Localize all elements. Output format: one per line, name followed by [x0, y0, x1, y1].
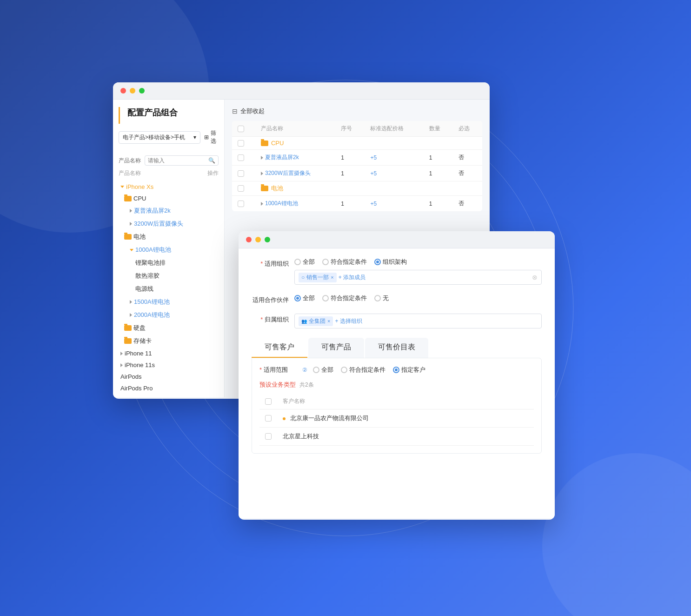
radio-circle — [294, 259, 301, 265]
windows-container: 配置产品组合 电子产品>移动设备>手机 ▾ ⊞ 筛选 — [90, 64, 601, 552]
tree-label: CPU — [133, 195, 146, 202]
window-settings: 适用组织 全部 符合指定条件 组织架构 — [239, 231, 555, 520]
folder-icon — [124, 234, 132, 240]
scope-radio-condition[interactable]: 符合指定条件 — [341, 366, 385, 374]
row-checkbox[interactable] — [265, 433, 272, 440]
tree-item-battery-1500[interactable]: 1500A锂电池 — [117, 295, 220, 308]
org-radio-condition[interactable]: 符合指定条件 — [322, 258, 367, 266]
tree-item-iphone-xs[interactable]: iPhone Xs — [117, 181, 220, 193]
scope-radio-all[interactable]: 全部 — [313, 366, 333, 374]
org-row: 适用组织 全部 符合指定条件 组织架构 — [252, 258, 542, 285]
belong-tag-input[interactable]: 👥 全集团 × + 选择组织 — [294, 314, 542, 328]
tree-item-battery-cells[interactable]: 锂聚电池排 — [117, 256, 220, 269]
org-radio-structure[interactable]: 组织架构 — [374, 258, 407, 266]
page-title: 配置产品组合 — [127, 107, 217, 118]
org-tag: ○ 销售一部 × — [299, 273, 337, 282]
scope-help-icon[interactable]: ② — [302, 367, 307, 373]
tag-close-icon[interactable]: × — [327, 318, 330, 324]
tree-item-screen[interactable]: 夏普液晶屏2k — [117, 204, 220, 217]
tree-item-power-wire[interactable]: 电源线 — [117, 282, 220, 295]
maximize-dot[interactable] — [265, 237, 270, 242]
tree-item-iphone-11s[interactable]: iPhone 11s — [117, 359, 220, 371]
row-product-name[interactable]: 1000A锂电池 — [265, 200, 298, 208]
row-checkbox[interactable] — [265, 415, 272, 422]
minimize-dot[interactable] — [255, 237, 261, 242]
radio-circle — [322, 259, 329, 265]
category-label: 电池 — [261, 184, 477, 193]
product-tree: iPhone Xs CPU 夏普液晶屏2k 3200W后置摄像头 — [113, 181, 224, 394]
row-seq: 1 — [335, 196, 365, 212]
table-row: 1000A锂电池 1 +5 1 否 — [232, 196, 482, 212]
collapse-bar[interactable]: ⊟ 全部收起 — [232, 107, 482, 115]
select-all-checkbox[interactable] — [265, 398, 272, 405]
tree-label: 存储卡 — [133, 337, 152, 345]
select-org-btn[interactable]: + 选择组织 — [335, 317, 362, 325]
radio-label: 符合指定条件 — [331, 258, 367, 266]
customer-name: 北京康一品农产物流有限公司 — [290, 415, 369, 422]
breadcrumb-area: 电子产品>移动设备>手机 ▾ ⊞ 筛选 — [113, 129, 224, 153]
row-product-name[interactable]: 3200W后置摄像头 — [265, 169, 311, 177]
add-member-btn[interactable]: + 添加成员 — [339, 274, 365, 281]
filter-button[interactable]: ⊞ 筛选 — [204, 129, 219, 145]
close-dot[interactable] — [246, 237, 252, 242]
partner-radio-none[interactable]: 无 — [374, 294, 389, 302]
radio-label: 无 — [383, 294, 389, 302]
col-product-name: 产品名称 — [255, 121, 335, 137]
operation-col-label: 操作 — [207, 169, 219, 177]
row-checkbox[interactable] — [238, 170, 244, 177]
customer-row-1: 北京康一品农产物流有限公司 — [259, 409, 534, 428]
minimize-dot[interactable] — [130, 88, 135, 94]
tree-item-storage[interactable]: 存储卡 — [117, 335, 220, 348]
row-checkbox[interactable] — [238, 185, 244, 192]
tree-item-heat-glue[interactable]: 散热溶胶 — [117, 269, 220, 282]
row-checkbox[interactable] — [238, 140, 244, 147]
folder-icon — [124, 325, 132, 331]
select-all-checkbox[interactable] — [238, 126, 244, 132]
search-input[interactable] — [148, 157, 208, 164]
tree-item-iphone-11[interactable]: iPhone 11 — [117, 348, 220, 359]
row-price: +5 — [365, 166, 423, 181]
partner-radio-all[interactable]: 全部 — [294, 294, 315, 302]
tab-sellable-products[interactable]: 可售产品 — [308, 338, 364, 358]
tab-sellable-customers[interactable]: 可售客户 — [252, 338, 307, 358]
radio-circle — [374, 295, 381, 301]
titlebar-1 — [113, 82, 490, 100]
category-name: CPU — [271, 140, 284, 147]
tree-item-cpu[interactable]: CPU — [117, 193, 220, 204]
close-dot[interactable] — [120, 88, 126, 94]
row-checkbox[interactable] — [238, 154, 244, 161]
search-input-wrap: 🔍 — [145, 155, 219, 166]
row-qty: 1 — [424, 166, 453, 181]
row-checkbox[interactable] — [238, 201, 244, 207]
breadcrumb-text: 电子产品>移动设备>手机 — [123, 134, 185, 141]
partner-row: 适用合作伙伴 全部 符合指定条件 无 — [252, 294, 542, 304]
org-radio-all[interactable]: 全部 — [294, 258, 315, 266]
chevron-down-icon — [120, 186, 124, 188]
maximize-dot[interactable] — [139, 88, 145, 94]
partner-radio-condition[interactable]: 符合指定条件 — [322, 294, 367, 302]
tree-item-battery-1000[interactable]: 1000A锂电池 — [117, 243, 220, 256]
search-icon[interactable]: 🔍 — [208, 157, 215, 164]
chevron-right-icon — [130, 209, 132, 213]
chevron-right-icon — [130, 300, 132, 304]
partner-label: 适用合作伙伴 — [252, 294, 289, 304]
tree-label: 硬盘 — [133, 324, 146, 332]
tree-label: 夏普液晶屏2k — [134, 207, 171, 215]
tree-item-disk[interactable]: 硬盘 — [117, 321, 220, 335]
breadcrumb-select[interactable]: 电子产品>移动设备>手机 ▾ — [119, 131, 200, 144]
clear-icon[interactable]: ⊗ — [532, 274, 538, 281]
scope-radio-specified[interactable]: 指定客户 — [393, 366, 425, 374]
tree-item-airpods-pro[interactable]: AirPods Pro — [117, 382, 220, 394]
tag-close-icon[interactable]: × — [331, 275, 333, 280]
tree-item-battery-2000[interactable]: 2000A锂电池 — [117, 308, 220, 321]
org-label: 适用组织 — [252, 258, 289, 268]
tree-item-battery-folder[interactable]: 电池 — [117, 230, 220, 243]
tree-item-airpods[interactable]: AirPods — [117, 371, 220, 382]
tree-item-camera[interactable]: 3200W后置摄像头 — [117, 217, 220, 230]
row-product-name[interactable]: 夏普液晶屏2k — [265, 154, 299, 161]
org-tag-input[interactable]: ○ 销售一部 × + 添加成员 ⊗ — [294, 270, 542, 285]
category-label: CPU — [261, 140, 477, 147]
radio-label: 符合指定条件 — [331, 294, 367, 302]
tab-sellable-pricelists[interactable]: 可售价目表 — [365, 338, 428, 358]
tree-label: 锂聚电池排 — [135, 259, 166, 267]
